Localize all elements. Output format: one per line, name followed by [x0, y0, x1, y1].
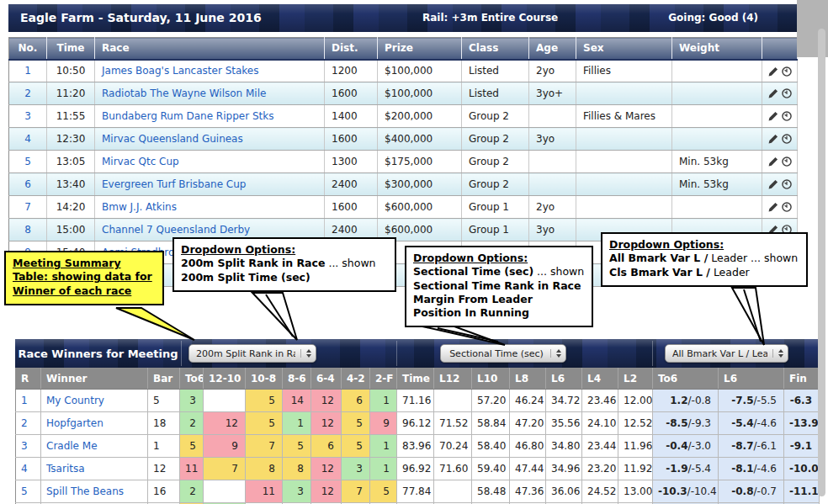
- sectional-time-cell: [434, 390, 472, 412]
- race-link[interactable]: Radiotab The Wayne Wilson Mile: [102, 88, 266, 99]
- bmark-fin-cell: -6.3: [784, 390, 820, 412]
- winner-bar-cell: 1: [148, 435, 180, 458]
- sectional-time-cell: 71.52: [434, 412, 472, 435]
- sectional-time-cell: 58.48: [472, 480, 510, 503]
- winner-row: 1My Country53514126171.1657.2046.2434.72…: [16, 390, 820, 412]
- race-link[interactable]: Bmw J.J. Atkins: [102, 201, 177, 213]
- winner-race-num-link[interactable]: 3: [21, 440, 28, 452]
- bmark-fin-cell: -11.1: [784, 480, 820, 503]
- race-number-link[interactable]: 5: [24, 156, 31, 167]
- pencil-edit-icon[interactable]: [767, 110, 779, 122]
- race-sex-cell: [576, 151, 672, 173]
- race-link[interactable]: Bundaberg Rum Dane Ripper Stks: [102, 110, 273, 122]
- race-time-cell: 14:20: [47, 196, 95, 219]
- race-weight-cell: [672, 60, 762, 82]
- race-link[interactable]: Channel 7 Queensland Derby: [102, 224, 250, 236]
- winner-bar-cell: 16: [148, 480, 180, 503]
- winners-col-header: Bar: [148, 369, 180, 390]
- bmark-metric-dropdown[interactable]: All Bmark Var L / Leader: [665, 344, 788, 363]
- clock-icon[interactable]: [781, 133, 793, 145]
- bmark-sub-value: /-5.5: [754, 395, 777, 406]
- race-actions-cell: [762, 151, 798, 173]
- clock-icon[interactable]: [781, 66, 793, 77]
- pencil-edit-icon[interactable]: [767, 156, 779, 167]
- race-actions-cell: [762, 105, 798, 128]
- sectional-time-cell: 36.06: [546, 480, 582, 503]
- split-rank-cell: 3: [342, 458, 370, 480]
- split-rank-cell: 8: [246, 458, 283, 480]
- race-prize-cell: $100,000: [378, 82, 462, 105]
- sectional-metric-dropdown[interactable]: Sectional Time (sec): [440, 344, 566, 363]
- winner-race-num-link[interactable]: 5: [21, 485, 28, 497]
- winner-row: 2Hopfgarten1821251125996.1271.5258.8447.…: [16, 412, 820, 435]
- winner-link[interactable]: Spill The Beans: [46, 485, 124, 497]
- callout-line: Table: showing data for: [13, 270, 156, 284]
- winner-race-num-cell: 2: [16, 412, 41, 435]
- scrollbar-thumb[interactable]: [818, 29, 825, 496]
- race-age-cell: 2yo: [529, 60, 576, 82]
- clock-icon[interactable]: [781, 88, 793, 99]
- race-link[interactable]: James Boag's Lancaster Stakes: [102, 65, 258, 77]
- clock-icon[interactable]: [781, 178, 793, 190]
- race-number-link[interactable]: 7: [24, 201, 31, 213]
- race-age-cell: [529, 105, 576, 128]
- winner-link[interactable]: My Country: [46, 395, 104, 406]
- winners-col-header: Time: [397, 369, 434, 390]
- sectional-time-cell: 23.46: [582, 390, 618, 412]
- pencil-edit-icon[interactable]: [767, 178, 779, 190]
- meeting-summary-callout: Meeting SummaryTable: showing data forWi…: [4, 251, 164, 305]
- race-number-link[interactable]: 2: [24, 88, 31, 99]
- race-prize-cell: $400,000: [378, 128, 462, 151]
- winners-col-header: To6: [653, 369, 719, 390]
- clock-icon[interactable]: [781, 156, 793, 167]
- pencil-edit-icon[interactable]: [767, 133, 779, 145]
- race-number-link[interactable]: 6: [24, 178, 31, 190]
- bmark-sub-value: /-4.6: [754, 417, 777, 429]
- split-rank-cell: 5: [246, 412, 283, 435]
- sectional-time-cell: 57.20: [472, 390, 510, 412]
- winner-race-num-link[interactable]: 2: [21, 417, 28, 429]
- bmark-var-cell: -1.9/-5.4: [653, 458, 719, 480]
- sectional-time-cell: 34.80: [546, 435, 582, 458]
- winner-link[interactable]: Hopfgarten: [46, 417, 104, 429]
- winner-race-num-cell: 5: [16, 480, 41, 503]
- race-number-link[interactable]: 1: [24, 65, 31, 77]
- pencil-edit-icon[interactable]: [767, 66, 779, 77]
- winners-col-header: 8-6: [283, 369, 311, 390]
- race-sex-cell: [576, 173, 672, 196]
- clock-icon[interactable]: [781, 201, 793, 213]
- winners-col-header: 2-F: [370, 369, 397, 390]
- winner-link[interactable]: Tsaritsa: [46, 463, 85, 475]
- bmark-var-cell: -0.8/-0.7: [719, 480, 784, 503]
- race-time-cell: 10:50: [47, 60, 95, 82]
- race-link[interactable]: Mirvac Queensland Guineas: [102, 133, 243, 145]
- split-rank-cell: 1: [370, 435, 397, 458]
- pencil-edit-icon[interactable]: [767, 88, 779, 99]
- callout-line: Winner of each race: [13, 284, 156, 298]
- winner-link[interactable]: Cradle Me: [46, 440, 98, 452]
- sectional-time-cell: 58.40: [472, 435, 510, 458]
- callout-text: Sectional Time Rank in Race: [413, 279, 581, 292]
- splits-dropdown-callout: Dropdown Options:200m Split Rank in Race…: [172, 237, 396, 292]
- split-rank-cell: 9: [370, 412, 397, 435]
- race-sex-cell: [576, 196, 672, 219]
- race-age-cell: [529, 151, 576, 173]
- race-sex-cell: [576, 128, 672, 151]
- races-col-header: Age: [529, 38, 576, 60]
- winners-col-header: L10: [472, 369, 510, 390]
- sectional-time-cell: 71.60: [434, 458, 472, 480]
- race-number-link[interactable]: 4: [24, 133, 31, 145]
- split-rank-cell: 6: [342, 390, 370, 412]
- vertical-scrollbar[interactable]: [817, 0, 827, 504]
- race-number-link[interactable]: 3: [24, 110, 31, 122]
- pencil-edit-icon[interactable]: [767, 201, 779, 213]
- page: { "races": { "title": "Eagle Farm - Satu…: [0, 0, 828, 504]
- race-link[interactable]: Evergreen Turf Brisbane Cup: [102, 178, 246, 190]
- bmark-fin-cell: -10.0: [784, 458, 820, 480]
- clock-icon[interactable]: [781, 110, 793, 122]
- split-metric-dropdown[interactable]: 200m Split Rank in Race: [188, 344, 316, 363]
- race-number-link[interactable]: 8: [24, 224, 31, 236]
- winner-race-num-link[interactable]: 4: [21, 463, 28, 475]
- race-link[interactable]: Mirvac Qtc Cup: [102, 156, 179, 167]
- winner-race-num-link[interactable]: 1: [21, 395, 28, 406]
